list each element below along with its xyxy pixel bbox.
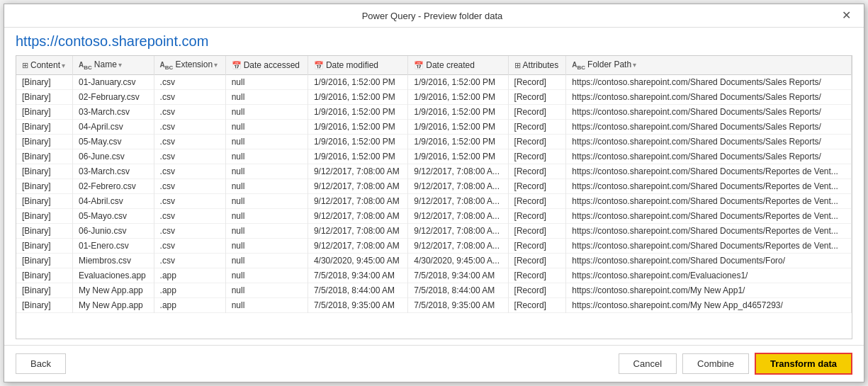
cell-content: [Binary] xyxy=(16,268,73,283)
table-row[interactable]: [Binary]06-June.csv.csvnull1/9/2016, 1:5… xyxy=(16,149,852,164)
table-row[interactable]: [Binary]01-January.csv.csvnull1/9/2016, … xyxy=(16,75,852,90)
filter-icon[interactable]: ▾ xyxy=(214,61,218,69)
cell-content: [Binary] xyxy=(16,105,73,120)
cell-extension: .csv xyxy=(154,90,225,105)
abc-icon: ABC xyxy=(79,61,92,71)
col-header-extension[interactable]: ABCExtension▾ xyxy=(154,56,225,75)
table-row[interactable]: [Binary]03-March.csv.csvnull9/12/2017, 7… xyxy=(16,164,852,179)
cell-date_created: 9/12/2017, 7:08:00 A... xyxy=(408,194,508,209)
table-row[interactable]: [Binary]Evaluaciones.app.appnull7/5/2018… xyxy=(16,268,852,283)
cell-date_created: 4/30/2020, 9:45:00 A... xyxy=(408,254,508,268)
cancel-button[interactable]: Cancel xyxy=(619,353,677,374)
cell-attributes: [Record] xyxy=(508,298,566,313)
cell-name: 02-Febrero.csv xyxy=(73,179,154,194)
cell-attributes: [Record] xyxy=(508,283,566,298)
cell-folder_path: https://contoso.sharepoint.com/Shared Do… xyxy=(566,120,852,135)
table-row[interactable]: [Binary]02-February.csv.csvnull1/9/2016,… xyxy=(16,90,852,105)
cell-extension: .csv xyxy=(154,254,225,268)
cell-folder_path: https://contoso.sharepoint.com/Shared Do… xyxy=(566,194,852,209)
cell-date_accessed: null xyxy=(225,90,308,105)
table-row[interactable]: [Binary]06-Junio.csv.csvnull9/12/2017, 7… xyxy=(16,224,852,239)
table-row[interactable]: [Binary]My New App.app.appnull7/5/2018, … xyxy=(16,283,852,298)
cell-extension: .csv xyxy=(154,194,225,209)
cell-date_accessed: null xyxy=(225,179,308,194)
cell-date_accessed: null xyxy=(225,283,308,298)
col-header-date_accessed[interactable]: 📅Date accessed xyxy=(225,56,308,75)
cell-attributes: [Record] xyxy=(508,75,566,90)
table-row[interactable]: [Binary]05-Mayo.csv.csvnull9/12/2017, 7:… xyxy=(16,209,852,224)
col-header-content[interactable]: ⊞Content▾ xyxy=(16,56,73,75)
table-row[interactable]: [Binary]04-Abril.csv.csvnull9/12/2017, 7… xyxy=(16,194,852,209)
cell-date_modified: 9/12/2017, 7:08:00 AM xyxy=(308,224,407,239)
cell-name: 02-February.csv xyxy=(73,90,154,105)
cell-date_accessed: null xyxy=(225,239,308,254)
cell-attributes: [Record] xyxy=(508,239,566,254)
cell-extension: .csv xyxy=(154,149,225,164)
calendar-icon: 📅 xyxy=(232,61,242,70)
back-button[interactable]: Back xyxy=(16,353,66,374)
combine-button[interactable]: Combine xyxy=(682,353,749,374)
col-label: Content xyxy=(30,60,60,70)
cell-name: My New App.app xyxy=(73,283,154,298)
cell-attributes: [Record] xyxy=(508,254,566,268)
cell-name: 06-Junio.csv xyxy=(73,224,154,239)
cell-date_modified: 4/30/2020, 9:45:00 AM xyxy=(308,254,407,268)
table-row[interactable]: [Binary]03-March.csv.csvnull1/9/2016, 1:… xyxy=(16,105,852,120)
table-row[interactable]: [Binary]My New App.app.appnull7/5/2018, … xyxy=(16,298,852,313)
cell-attributes: [Record] xyxy=(508,224,566,239)
table-row[interactable]: [Binary]01-Enero.csv.csvnull9/12/2017, 7… xyxy=(16,239,852,254)
cell-date_accessed: null xyxy=(225,224,308,239)
table-row[interactable]: [Binary]02-Febrero.csv.csvnull9/12/2017,… xyxy=(16,179,852,194)
cell-extension: .csv xyxy=(154,105,225,120)
cell-folder_path: https://contoso.sharepoint.com/Shared Do… xyxy=(566,105,852,120)
list-icon: ⊞ xyxy=(22,61,28,70)
cell-extension: .app xyxy=(154,298,225,313)
cell-folder_path: https://contoso.sharepoint.com/Shared Do… xyxy=(566,179,852,194)
col-header-folder_path[interactable]: ABCFolder Path▾ xyxy=(566,56,852,75)
cell-date_modified: 1/9/2016, 1:52:00 PM xyxy=(308,149,407,164)
cell-date_modified: 9/12/2017, 7:08:00 AM xyxy=(308,194,407,209)
cell-date_created: 9/12/2017, 7:08:00 A... xyxy=(408,164,508,179)
cell-extension: .csv xyxy=(154,239,225,254)
col-label: Name xyxy=(94,59,117,69)
col-label: Date accessed xyxy=(244,60,300,70)
col-header-attributes[interactable]: ⊞Attributes xyxy=(508,56,566,75)
cell-date_accessed: null xyxy=(225,298,308,313)
cell-content: [Binary] xyxy=(16,149,73,164)
transform-button[interactable]: Transform data xyxy=(755,353,852,375)
filter-icon[interactable]: ▾ xyxy=(62,62,65,69)
cell-folder_path: https://contoso.sharepoint.com/Shared Do… xyxy=(566,164,852,179)
filter-icon[interactable]: ▾ xyxy=(118,61,122,69)
cell-date_created: 9/12/2017, 7:08:00 A... xyxy=(408,179,508,194)
close-button[interactable]: ✕ xyxy=(838,8,855,23)
table-row[interactable]: [Binary]04-April.csv.csvnull1/9/2016, 1:… xyxy=(16,120,852,135)
cell-name: 04-Abril.csv xyxy=(73,194,154,209)
cell-content: [Binary] xyxy=(16,298,73,313)
cell-date_modified: 1/9/2016, 1:52:00 PM xyxy=(308,75,407,90)
table-wrapper[interactable]: ⊞Content▾ABCName▾ABCExtension▾📅Date acce… xyxy=(16,55,852,339)
table-row[interactable]: [Binary]Miembros.csv.csvnull4/30/2020, 9… xyxy=(16,254,852,268)
col-header-date_created[interactable]: 📅Date created xyxy=(408,56,508,75)
cell-date_created: 7/5/2018, 8:44:00 AM xyxy=(408,283,508,298)
cell-folder_path: https://contoso.sharepoint.com/Shared Do… xyxy=(566,135,852,149)
cell-date_accessed: null xyxy=(225,149,308,164)
cell-date_modified: 9/12/2017, 7:08:00 AM xyxy=(308,239,407,254)
cell-content: [Binary] xyxy=(16,135,73,149)
cell-content: [Binary] xyxy=(16,164,73,179)
cell-folder_path: https://contoso.sharepoint.com/Shared Do… xyxy=(566,254,852,268)
cell-date_accessed: null xyxy=(225,209,308,224)
cell-content: [Binary] xyxy=(16,194,73,209)
cell-date_modified: 9/12/2017, 7:08:00 AM xyxy=(308,209,407,224)
cell-date_accessed: null xyxy=(225,135,308,149)
cell-content: [Binary] xyxy=(16,75,73,90)
col-header-date_modified[interactable]: 📅Date modified xyxy=(308,56,407,75)
table-row[interactable]: [Binary]05-May.csv.csvnull1/9/2016, 1:52… xyxy=(16,135,852,149)
cell-folder_path: https://contoso.sharepoint.com/Shared Do… xyxy=(566,224,852,239)
cell-name: Miembros.csv xyxy=(73,254,154,268)
cell-content: [Binary] xyxy=(16,179,73,194)
col-header-name[interactable]: ABCName▾ xyxy=(73,56,154,75)
col-label: Date modified xyxy=(326,60,378,70)
filter-icon[interactable]: ▾ xyxy=(633,61,636,69)
data-table: ⊞Content▾ABCName▾ABCExtension▾📅Date acce… xyxy=(16,56,852,313)
cell-folder_path: https://contoso.sharepoint.com/Evaluacio… xyxy=(566,268,852,283)
